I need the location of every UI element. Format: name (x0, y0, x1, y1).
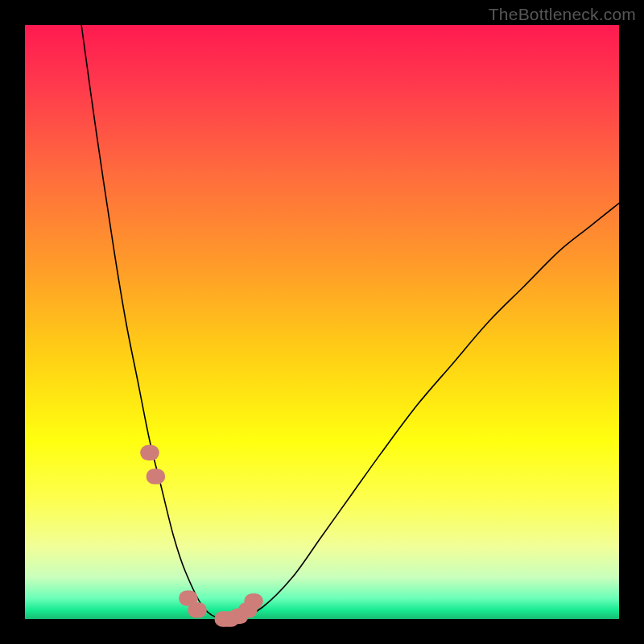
highlight-marker (140, 445, 159, 460)
watermark-text: TheBottleneck.com (489, 5, 636, 24)
highlight-marker (188, 602, 207, 617)
highlight-marker (147, 469, 166, 484)
plot-area (25, 25, 619, 619)
bottleneck-curve (81, 25, 619, 621)
highlight-marker (244, 593, 263, 609)
highlight-markers (140, 445, 263, 627)
curve-layer (25, 25, 619, 619)
chart-frame: TheBottleneck.com (0, 0, 644, 644)
